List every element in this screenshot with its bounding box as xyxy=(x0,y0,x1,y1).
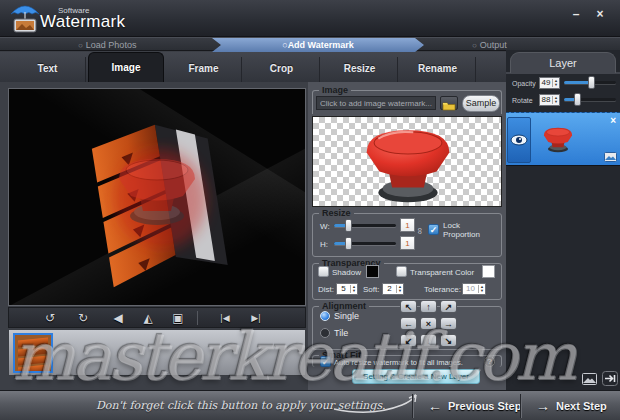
opacity-label: Opacity xyxy=(512,80,536,87)
width-slider[interactable] xyxy=(334,219,396,232)
dist-label: Dist: xyxy=(318,285,334,294)
app-title: Watermark xyxy=(40,12,125,32)
arrow-right-icon: → xyxy=(536,398,550,414)
tolerance-spinner[interactable]: 10▲▼ xyxy=(462,283,486,295)
next-step-button[interactable]: →Next Step xyxy=(536,391,607,420)
layer-thumbnail xyxy=(540,123,576,155)
spinner-arrows-icon[interactable]: ▲▼ xyxy=(478,285,485,293)
image-group-title: Image xyxy=(319,85,351,95)
image-watermark-input[interactable] xyxy=(316,96,436,110)
create-new-layer-button[interactable]: Setting & Create a New Layer xyxy=(352,369,480,384)
align-up-right-button[interactable]: ↗ xyxy=(440,300,457,313)
delete-layer-icon[interactable]: × xyxy=(610,115,616,126)
height-slider[interactable] xyxy=(334,237,396,250)
fit-screen-icon[interactable]: ▣ xyxy=(167,309,189,327)
alignment-group-title: Alignment xyxy=(319,301,369,311)
align-up-left-button[interactable]: ↖ xyxy=(400,300,417,313)
single-radio[interactable] xyxy=(320,311,330,321)
height-label: H: xyxy=(320,240,328,249)
tolerance-label: Tolerance: xyxy=(424,285,461,294)
dist-spinner[interactable]: 5▲▼ xyxy=(336,283,358,295)
previous-step-button[interactable]: ←Previous Step xyxy=(428,391,521,420)
tab-frame[interactable]: Frame xyxy=(166,57,242,82)
layer-visibility-toggle[interactable] xyxy=(507,117,531,163)
align-left-button[interactable]: ← xyxy=(400,317,417,330)
sample-button[interactable]: Sample xyxy=(462,95,500,112)
step-add-watermark[interactable]: ○Add Watermark xyxy=(212,38,424,52)
tab-text[interactable]: Text xyxy=(10,57,86,82)
step-bar: ○Load Photos ○Add Watermark ○Output xyxy=(0,37,620,51)
height-value[interactable]: 1 xyxy=(400,236,415,250)
opacity-slider[interactable] xyxy=(564,76,616,89)
next-image-icon[interactable]: ▶| xyxy=(245,309,267,327)
width-value[interactable]: 1 xyxy=(400,218,415,232)
image-layer-type-icon xyxy=(604,152,617,162)
resize-group-title: Resize xyxy=(319,208,354,218)
single-label: Single xyxy=(334,311,359,321)
transparent-color-label: Transparent Color xyxy=(410,268,474,277)
photo-preview-canvas[interactable] xyxy=(8,88,306,306)
tab-image[interactable]: Image xyxy=(88,52,164,82)
tab-resize[interactable]: Resize xyxy=(322,57,398,82)
soft-spinner[interactable]: 2▲▼ xyxy=(382,283,404,295)
step-bullet-icon: ○ xyxy=(78,41,83,50)
align-down-left-button[interactable]: ↙ xyxy=(400,334,417,347)
opacity-spinner[interactable]: 49▲▼ xyxy=(539,77,560,89)
lock-proportion-label: Lock Proportion xyxy=(443,221,489,239)
close-button[interactable]: × xyxy=(590,8,610,22)
tab-rename[interactable]: Rename xyxy=(400,57,476,82)
previous-image-icon[interactable]: |◀ xyxy=(214,309,236,327)
align-up-button[interactable]: ↑ xyxy=(420,300,437,313)
tab-crop[interactable]: Crop xyxy=(244,57,320,82)
help-icon[interactable]: ? xyxy=(484,356,495,367)
align-down-right-button[interactable]: ↘ xyxy=(440,334,457,347)
layer-panel-footer xyxy=(506,368,620,388)
align-right-button[interactable]: → xyxy=(440,317,457,330)
align-center-button[interactable]: × xyxy=(420,317,437,330)
apply-enter-icon[interactable] xyxy=(602,371,618,386)
browse-folder-button[interactable] xyxy=(440,96,458,110)
rotate-left-icon[interactable]: ↺ xyxy=(39,309,61,327)
spinner-arrows-icon[interactable]: ▲▼ xyxy=(552,79,559,87)
soft-label: Soft: xyxy=(363,285,379,294)
rotate-spinner[interactable]: 88▲▼ xyxy=(539,94,560,106)
align-down-button[interactable]: ↓ xyxy=(420,334,437,347)
toolbar-divider xyxy=(197,311,198,325)
flip-vertical-icon[interactable]: ◭ xyxy=(137,309,159,327)
hint-arrow-icon xyxy=(332,393,424,417)
shadow-checkbox[interactable] xyxy=(318,266,329,277)
step-load-photos[interactable]: ○Load Photos xyxy=(78,38,136,52)
transparent-color-checkbox[interactable] xyxy=(396,266,407,277)
spinner-arrows-icon[interactable]: ▲▼ xyxy=(552,96,559,104)
shadow-label: Shadow xyxy=(332,268,361,277)
watermark-on-photo[interactable] xyxy=(107,147,207,231)
auto-resize-checkbox[interactable]: ✓ xyxy=(320,356,331,367)
step-output[interactable]: ○Output xyxy=(472,38,507,52)
tile-label: Tile xyxy=(334,328,348,338)
picture-icon[interactable] xyxy=(582,373,597,385)
watermark-software-window: Software Watermark – × ○Load Photos ○Add… xyxy=(0,0,620,420)
rotate-slider[interactable] xyxy=(564,93,616,106)
footer-divider xyxy=(412,394,413,418)
step-bullet-icon: ○ xyxy=(472,41,477,50)
lock-proportion-checkbox[interactable]: ✓ xyxy=(428,224,439,235)
red-button-watermark xyxy=(355,119,461,207)
watermark-tab-bar: Text Image Frame Crop Resize Rename xyxy=(0,52,508,82)
shadow-color-swatch[interactable] xyxy=(366,265,379,278)
minimize-button[interactable]: – xyxy=(566,8,586,22)
width-label: W: xyxy=(320,222,330,231)
layer-item-selected[interactable]: × xyxy=(506,112,620,166)
link-icon: ∞ xyxy=(415,228,425,234)
flip-horizontal-icon[interactable]: ◀ xyxy=(107,309,129,327)
spinner-arrows-icon[interactable]: ▲▼ xyxy=(396,285,403,293)
folder-icon xyxy=(442,101,456,111)
tile-radio[interactable] xyxy=(320,328,330,338)
transparent-color-swatch[interactable] xyxy=(482,265,495,278)
photo-thumbnail-selected[interactable] xyxy=(13,333,53,373)
layer-panel-tab[interactable]: Layer xyxy=(510,52,616,73)
spinner-arrows-icon[interactable]: ▲▼ xyxy=(350,285,357,293)
watermark-preview-box xyxy=(312,116,502,207)
preview-toolbar: ↺ ↻ ◀ ◭ ▣ |◀ ▶| xyxy=(8,307,306,328)
rotate-right-icon[interactable]: ↻ xyxy=(72,309,94,327)
thumbnail-strip xyxy=(8,329,306,376)
